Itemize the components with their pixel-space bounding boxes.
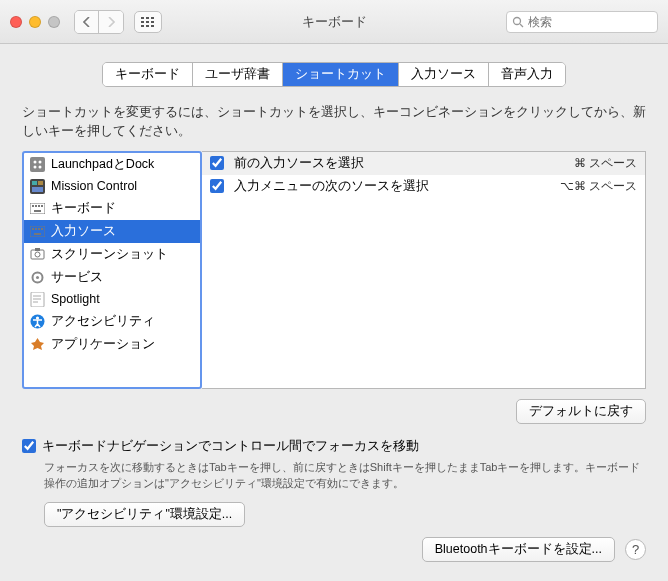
svg-rect-18 — [38, 181, 43, 185]
keyboard-nav-checkbox-row: キーボードナビゲーションでコントロール間でフォーカスを移動 — [22, 438, 646, 455]
svg-point-13 — [39, 160, 42, 163]
keyboard-nav-description: フォーカスを次に移動するときはTabキーを押し、前に戻すときはShiftキーを押… — [44, 459, 646, 492]
svg-point-9 — [514, 17, 521, 24]
svg-rect-30 — [41, 228, 43, 230]
back-button[interactable] — [75, 11, 99, 33]
svg-point-36 — [36, 276, 39, 279]
svg-point-42 — [36, 316, 39, 319]
svg-point-12 — [34, 160, 37, 163]
svg-rect-11 — [30, 157, 45, 172]
category-label: サービス — [51, 269, 103, 286]
category-item[interactable]: Spotlight — [24, 289, 200, 310]
svg-rect-25 — [34, 210, 41, 212]
gear-icon — [30, 270, 45, 285]
restore-defaults-button[interactable]: デフォルトに戻す — [516, 399, 646, 424]
mission-icon — [30, 179, 45, 194]
shortcut-checkbox[interactable] — [210, 179, 224, 193]
search-icon — [512, 16, 524, 28]
category-item[interactable]: アプリケーション — [24, 333, 200, 356]
tab-3[interactable]: 入力ソース — [399, 63, 489, 86]
svg-rect-27 — [32, 228, 34, 230]
svg-rect-26 — [30, 226, 45, 237]
help-button[interactable]: ? — [625, 539, 646, 560]
svg-rect-2 — [151, 17, 154, 19]
app-icon — [30, 337, 45, 352]
category-label: キーボード — [51, 200, 116, 217]
category-label: アプリケーション — [51, 336, 155, 353]
category-label: Mission Control — [51, 179, 137, 193]
tab-2[interactable]: ショートカット — [283, 63, 399, 86]
svg-rect-22 — [35, 205, 37, 207]
svg-rect-29 — [38, 228, 40, 230]
svg-rect-6 — [141, 25, 144, 27]
category-label: 入力ソース — [51, 223, 116, 240]
category-label: アクセシビリティ — [51, 313, 155, 330]
window-title: キーボード — [302, 13, 367, 31]
category-item[interactable]: アクセシビリティ — [24, 310, 200, 333]
shortcut-row[interactable]: 入力メニューの次のソースを選択⌥⌘ スペース — [202, 175, 645, 198]
svg-point-14 — [34, 165, 37, 168]
category-label: LaunchpadとDock — [51, 156, 154, 173]
svg-rect-32 — [31, 250, 44, 259]
close-button[interactable] — [10, 16, 22, 28]
svg-rect-24 — [41, 205, 43, 207]
launchpad-icon — [30, 157, 45, 172]
category-list[interactable]: LaunchpadとDockMission Controlキーボード入力ソースス… — [22, 151, 202, 389]
keyboard-icon — [30, 224, 45, 239]
search-input[interactable] — [528, 15, 652, 29]
svg-rect-31 — [34, 233, 41, 235]
svg-rect-28 — [35, 228, 37, 230]
accessibility-prefs-button[interactable]: "アクセシビリティ"環境設定... — [44, 502, 245, 527]
tab-4[interactable]: 音声入力 — [489, 63, 565, 86]
shortcut-label: 入力メニューの次のソースを選択 — [234, 178, 560, 195]
category-item[interactable]: キーボード — [24, 197, 200, 220]
svg-point-15 — [39, 165, 42, 168]
svg-rect-8 — [151, 25, 154, 27]
keyboard-nav-checkbox[interactable] — [22, 439, 36, 453]
svg-rect-7 — [146, 25, 149, 27]
keyboard-nav-label: キーボードナビゲーションでコントロール間でフォーカスを移動 — [42, 438, 419, 455]
shortcut-row[interactable]: 前の入力ソースを選択⌘ スペース — [202, 152, 645, 175]
category-item[interactable]: スクリーンショット — [24, 243, 200, 266]
tab-bar: キーボードユーザ辞書ショートカット入力ソース音声入力 — [22, 62, 646, 87]
forward-button[interactable] — [99, 11, 123, 33]
accessibility-icon — [30, 314, 45, 329]
shortcut-keys[interactable]: ⌘ スペース — [574, 155, 637, 172]
minimize-button[interactable] — [29, 16, 41, 28]
svg-point-34 — [35, 252, 40, 257]
category-item[interactable]: LaunchpadとDock — [24, 153, 200, 176]
category-label: Spotlight — [51, 292, 100, 306]
svg-rect-17 — [32, 181, 37, 185]
shortcut-checkbox[interactable] — [210, 156, 224, 170]
nav-buttons — [74, 10, 124, 34]
shortcut-list[interactable]: 前の入力ソースを選択⌘ スペース入力メニューの次のソースを選択⌥⌘ スペース — [202, 151, 646, 389]
tab-0[interactable]: キーボード — [103, 63, 193, 86]
svg-rect-19 — [32, 187, 43, 192]
titlebar: キーボード — [0, 0, 668, 44]
svg-rect-0 — [141, 17, 144, 19]
svg-rect-1 — [146, 17, 149, 19]
shortcut-label: 前の入力ソースを選択 — [234, 155, 574, 172]
spotlight-icon — [30, 292, 45, 307]
keyboard-icon — [30, 201, 45, 216]
instruction-text: ショートカットを変更するには、ショートカットを選択し、キーコンビネーションをクリ… — [22, 103, 646, 141]
bluetooth-keyboard-button[interactable]: Bluetoothキーボードを設定... — [422, 537, 615, 562]
svg-rect-21 — [32, 205, 34, 207]
svg-rect-3 — [141, 21, 144, 23]
zoom-button — [48, 16, 60, 28]
category-item[interactable]: サービス — [24, 266, 200, 289]
svg-rect-20 — [30, 203, 45, 214]
screenshot-icon — [30, 247, 45, 262]
shortcut-keys[interactable]: ⌥⌘ スペース — [560, 178, 637, 195]
tab-1[interactable]: ユーザ辞書 — [193, 63, 283, 86]
traffic-lights — [10, 16, 60, 28]
svg-rect-23 — [38, 205, 40, 207]
show-all-button[interactable] — [134, 11, 162, 33]
search-field[interactable] — [506, 11, 658, 33]
svg-rect-33 — [35, 248, 40, 251]
category-label: スクリーンショット — [51, 246, 168, 263]
svg-line-10 — [520, 24, 523, 27]
category-item[interactable]: Mission Control — [24, 176, 200, 197]
svg-rect-5 — [151, 21, 154, 23]
category-item[interactable]: 入力ソース — [24, 220, 200, 243]
